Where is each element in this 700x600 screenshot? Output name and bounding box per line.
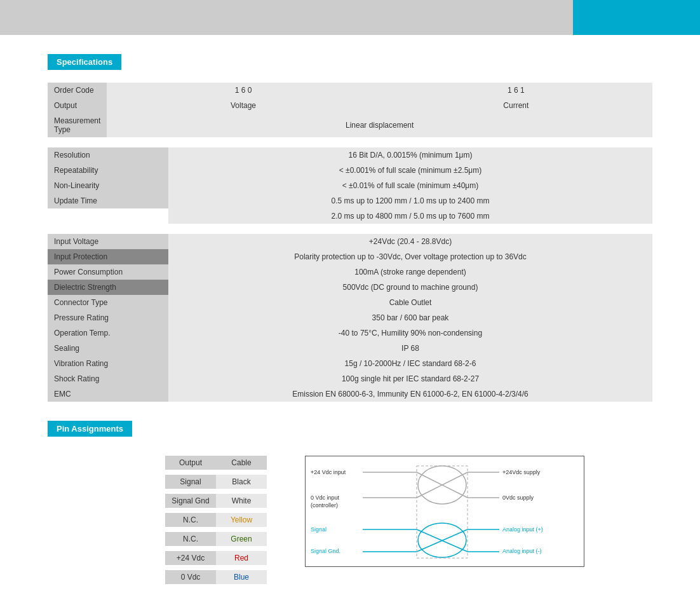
value-dielectric: 500Vdc (DC ground to machine ground) [168,280,652,295]
spec-group-3: Input Voltage +24Vdc (20.4 - 28.8Vdc) In… [48,234,652,402]
pin-row-0vdc: 0 Vdc Blue [165,570,267,584]
pin-value-signal-gnd: White [216,494,267,508]
table-row: Connector Type Cable Outlet [48,295,652,310]
value-nonlinearity: < ±0.01% of full scale (minimum ±40μm) [168,178,652,193]
pin-value-0vdc: Blue [216,570,267,584]
label-dielectric: Dielectric Strength [48,280,168,295]
table-row: Repeatability < ±0.001% of full scale (m… [48,163,652,178]
wiring-left-controller: (controller) [311,502,338,508]
label-power-consumption: Power Consumption [48,264,168,280]
table-row: Input Protection Polarity protection up … [48,249,652,264]
value-power-consumption: 100mA (stroke range dependent) [168,264,652,280]
wiring-svg: +24 Vdc input 0 Vdc input (controller) S… [306,456,585,568]
pin-row-24vdc: +24 Vdc Red [165,551,267,565]
table-row: Pressure Rating 350 bar / 600 bar peak [48,310,652,325]
value-measurement: Linear displacement [107,113,652,137]
value-pressure-rating: 350 bar / 600 bar peak [168,310,652,325]
pin-row-signal-gnd: Signal Gnd White [165,494,267,508]
table-row: Vibration Rating 15g / 10-2000Hz / IEC s… [48,356,652,371]
table-row: Shock Rating 100g single hit per IEC sta… [48,371,652,386]
label-output: Output [48,98,107,113]
pin-label-0vdc: 0 Vdc [165,570,216,584]
wiring-right-24vdc: +24Vdc supply [502,469,541,475]
value-input-voltage: +24Vdc (20.4 - 28.8Vdc) [168,234,652,249]
pin-col-cable: Cable [216,456,267,470]
label-empty [48,208,168,224]
label-resolution: Resolution [48,147,168,163]
value-repeatability: < ±0.001% of full scale (minimum ±2.5μm) [168,163,652,178]
label-pressure-rating: Pressure Rating [48,310,168,325]
pin-header-row: Output Cable [165,456,267,470]
wiring-right-analog-minus: Analog input (-) [502,548,542,554]
pin-assignments-title: Pin Assignments [48,421,132,437]
value-161: 1 6 1 [380,83,652,98]
value-emc: Emission EN 68000-6-3, Immunity EN 61000… [168,386,652,402]
pin-assignments-section: Pin Assignments Output Cable Signal Blac… [48,421,652,584]
header-blue-accent [573,0,700,35]
wiring-right-0vdc: 0Vdc supply [502,494,534,501]
wiring-left-signal: Signal [311,526,326,533]
value-input-protection: Polarity protection up to -30Vdc, Over v… [168,249,652,264]
pin-label-nc1: N.C. [165,513,216,527]
header-bar [0,0,700,35]
pin-row-nc1: N.C. Yellow [165,513,267,527]
label-measurement-type: Measurement Type [48,113,107,137]
main-content: Specifications Order Code 1 6 0 1 6 1 Ou… [0,35,700,600]
table-row: Dielectric Strength 500Vdc (DC ground to… [48,280,652,295]
wiring-left-signal-gnd: Signal Gnd. [311,548,340,554]
table-row: Operation Temp. -40 to 75°C, Humility 90… [48,325,652,341]
table-row: Non-Linearity < ±0.01% of full scale (mi… [48,178,652,193]
value-vibration-rating: 15g / 10-2000Hz / IEC standard 68-2-6 [168,356,652,371]
pin-value-24vdc: Red [216,551,267,565]
table-row: Output Voltage Current [48,98,652,113]
table-row: Measurement Type Linear displacement [48,113,652,137]
pin-label-24vdc: +24 Vdc [165,551,216,565]
label-sealing: Sealing [48,341,168,356]
value-voltage: Voltage [107,98,379,113]
table-row: Update Time 0.5 ms up to 1200 mm / 1.0 m… [48,193,652,208]
value-shock-rating: 100g single hit per IEC standard 68-2-27 [168,371,652,386]
label-connector-type: Connector Type [48,295,168,310]
label-emc: EMC [48,386,168,402]
label-shock-rating: Shock Rating [48,371,168,386]
spec-group-1: Order Code 1 6 0 1 6 1 Output Voltage Cu… [48,83,652,137]
table-row: Power Consumption 100mA (stroke range de… [48,264,652,280]
pin-value-signal: Black [216,475,267,489]
wiring-right-analog-plus: Analog input (+) [502,526,543,533]
pin-label-signal: Signal [165,475,216,489]
wiring-left-0vdc: 0 Vdc input [311,494,340,501]
value-update-time-1: 0.5 ms up to 1200 mm / 1.0 ms up to 2400… [168,193,652,208]
wiring-left-24vdc: +24 Vdc input [311,469,346,475]
pin-row-nc2: N.C. Green [165,532,267,546]
table-row: EMC Emission EN 68000-6-3, Immunity EN 6… [48,386,652,402]
value-connector-type: Cable Outlet [168,295,652,310]
specifications-title: Specifications [48,54,121,70]
label-operation-temp: Operation Temp. [48,325,168,341]
label-nonlinearity: Non-Linearity [48,178,168,193]
label-input-protection: Input Protection [48,249,168,264]
value-160: 1 6 0 [107,83,379,98]
connector-box [417,466,468,558]
table-row: Sealing IP 68 [48,341,652,356]
value-update-time-2: 2.0 ms up to 4800 mm / 5.0 ms up to 7600… [168,208,652,224]
label-repeatability: Repeatability [48,163,168,178]
pin-row-signal: Signal Black [165,475,267,489]
table-row: Resolution 16 Bit D/A, 0.0015% (minimum … [48,147,652,163]
pin-col-output: Output [165,456,216,470]
pin-label-signal-gnd: Signal Gnd [165,494,216,508]
value-operation-temp: -40 to 75°C, Humility 90% non-condensing [168,325,652,341]
value-resolution: 16 Bit D/A, 0.0015% (minimum 1μm) [168,147,652,163]
label-input-voltage: Input Voltage [48,234,168,249]
table-row: 2.0 ms up to 4800 mm / 5.0 ms up to 7600… [48,208,652,224]
label-update-time: Update Time [48,193,168,208]
value-current: Current [380,98,652,113]
spec-group-2: Resolution 16 Bit D/A, 0.0015% (minimum … [48,147,652,224]
pin-label-nc2: N.C. [165,532,216,546]
wiring-diagram: +24 Vdc input 0 Vdc input (controller) S… [305,456,584,567]
pin-table: Output Cable Signal Black Signal Gnd Whi… [165,456,267,584]
pin-value-nc1: Yellow [216,513,267,527]
value-sealing: IP 68 [168,341,652,356]
table-row: Order Code 1 6 0 1 6 1 [48,83,652,98]
pin-value-nc2: Green [216,532,267,546]
table-row: Input Voltage +24Vdc (20.4 - 28.8Vdc) [48,234,652,249]
